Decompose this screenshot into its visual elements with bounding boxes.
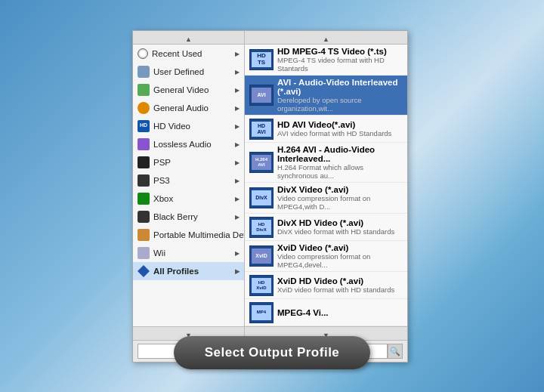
psp-label: PSP (153, 158, 171, 167)
xbox-label: Xbox (153, 194, 173, 203)
right-item-divx-hd-video[interactable]: HDDivX DivX HD Video (*.avi) DivX video … (245, 214, 407, 241)
chevron-right-icon (235, 267, 240, 275)
lossless-audio-label: Lossless Audio (153, 140, 212, 149)
all-profiles-icon (138, 265, 150, 277)
avi-desc: Dereloped by open source organization,wi… (277, 96, 403, 113)
mpeg4-more-icon: MP4 (249, 302, 274, 323)
left-item-hd-video[interactable]: HD HD Video (133, 117, 244, 135)
right-item-hd-mpeg4-ts[interactable]: HDTS HD MPEG-4 TS Video (*.ts) MPEG-4 TS… (245, 45, 407, 76)
chevron-right-icon (235, 249, 240, 257)
lossless-audio-icon (138, 138, 150, 150)
left-item-lossless-audio[interactable]: Lossless Audio (133, 135, 244, 153)
select-output-profile-button[interactable]: Select Output Profile (174, 336, 370, 369)
divx-hd-icon: HDDivX (249, 217, 274, 238)
divx-desc: Video compression format on MPEG4,with D… (277, 194, 403, 211)
hd-avi-desc: AVI video format with HD Standards (277, 129, 391, 137)
hd-video-label: HD Video (153, 122, 190, 131)
avi-icon: AVI (249, 85, 274, 106)
xvid-title: XviD Video (*.avi) (277, 243, 403, 252)
recent-used-icon (138, 48, 148, 59)
general-audio-icon (138, 102, 150, 114)
chevron-right-icon (235, 177, 240, 184)
scroll-top-bar (133, 31, 407, 45)
xvid-hd-title: XviD HD Video (*.avi) (277, 276, 394, 286)
wii-label: Wii (153, 248, 165, 258)
left-item-portable-multimedia[interactable]: Portable Multimedia Dev... (133, 226, 244, 244)
all-profiles-label: All Profiles (153, 267, 199, 276)
divx-hd-title: DivX HD Video (*.avi) (277, 218, 394, 227)
divx-hd-desc: DivX video format with HD standards (277, 227, 394, 236)
left-item-general-audio[interactable]: General Audio (133, 99, 244, 117)
left-item-user-defined[interactable]: User Defined (133, 63, 244, 81)
hd-avi-title: HD AVI Video(*.avi) (277, 120, 391, 129)
scroll-up-right[interactable] (245, 31, 407, 45)
xvid-desc: Video compression format on MPEG4,devel.… (277, 252, 403, 269)
user-defined-label: User Defined (153, 67, 204, 76)
scroll-up-left[interactable] (133, 31, 245, 45)
portable-icon (138, 229, 150, 241)
hd-mpeg4-ts-desc: MPEG-4 TS video format with HD Stantards (277, 56, 403, 73)
general-video-icon (138, 84, 150, 96)
arrow-up-left-icon (185, 31, 192, 45)
right-item-divx-video[interactable]: DivX DivX Video (*.avi) Video compressio… (245, 183, 407, 214)
user-defined-icon (138, 66, 150, 78)
recent-used-label: Recent Used (152, 49, 202, 58)
divx-icon: DivX (249, 187, 274, 208)
content-area: Recent Used User Defined General Video (133, 45, 407, 326)
select-output-profile-label: Select Output Profile (205, 345, 340, 360)
blackberry-icon (138, 211, 150, 223)
general-video-label: General Video (153, 85, 209, 94)
xbox-icon (138, 193, 150, 205)
left-item-recent-used[interactable]: Recent Used (133, 45, 244, 63)
hd-avi-icon: HDAVI (249, 119, 274, 140)
left-item-general-video[interactable]: General Video (133, 81, 244, 99)
right-item-xvid-video[interactable]: XviD XviD Video (*.avi) Video compressio… (245, 241, 407, 272)
mpeg4-more-title: MPEG-4 Vi... (277, 308, 329, 317)
chevron-right-icon (235, 68, 240, 76)
arrow-up-right-icon (323, 31, 329, 45)
right-item-mpeg4-more[interactable]: MP4 MPEG-4 Vi... (245, 299, 407, 326)
psp-icon (138, 156, 150, 168)
right-item-hd-avi-video[interactable]: HDAVI HD AVI Video(*.avi) AVI video form… (245, 116, 407, 143)
search-icon: 🔍 (390, 347, 400, 357)
xvid-hd-desc: XviD video format with HD standards (277, 286, 394, 294)
chevron-right-icon (235, 213, 240, 221)
left-item-blackberry[interactable]: Black Berry (133, 208, 244, 226)
right-item-h264-avi[interactable]: H.264AVI H.264 AVI - Audio-Video Interle… (245, 143, 407, 183)
chevron-right-icon (235, 195, 240, 202)
hd-video-icon: HD (138, 120, 150, 132)
right-item-avi-audio-video[interactable]: AVI AVI - Audio-Video Interleaved (*.avi… (245, 76, 407, 116)
left-panel: Recent Used User Defined General Video (133, 45, 245, 326)
left-item-xbox[interactable]: Xbox (133, 190, 244, 208)
left-item-all-profiles[interactable]: All Profiles (133, 262, 244, 280)
wii-icon (138, 247, 150, 259)
chevron-right-icon (235, 159, 240, 166)
h264-icon: H.264AVI (249, 152, 274, 173)
blackberry-label: Black Berry (153, 212, 198, 221)
chevron-right-icon (235, 122, 240, 130)
chevron-right-icon (235, 140, 240, 148)
xvid-hd-icon: HDXviD (249, 275, 274, 296)
right-panel: HDTS HD MPEG-4 TS Video (*.ts) MPEG-4 TS… (245, 45, 407, 326)
avi-title: AVI - Audio-Video Interleaved (*.avi) (277, 78, 403, 96)
right-item-xvid-hd-video[interactable]: HDXviD XviD HD Video (*.avi) XviD video … (245, 272, 407, 299)
chevron-right-icon (235, 50, 240, 57)
h264-title: H.264 AVI - Audio-Video Interleaved... (277, 145, 403, 163)
left-item-psp[interactable]: PSP (133, 153, 244, 171)
search-button[interactable]: 🔍 (388, 344, 403, 359)
hd-mpeg4-ts-icon: HDTS (249, 49, 274, 70)
hd-mpeg4-ts-title: HD MPEG-4 TS Video (*.ts) (277, 47, 403, 56)
ps3-icon (138, 174, 150, 187)
ps3-label: PS3 (153, 176, 170, 185)
chevron-right-icon (235, 104, 240, 112)
divx-title: DivX Video (*.avi) (277, 185, 403, 194)
general-audio-label: General Audio (153, 103, 209, 113)
h264-desc: H.264 Format which allows synchronous au… (277, 163, 403, 180)
portable-label: Portable Multimedia Dev... (153, 230, 245, 239)
left-item-ps3[interactable]: PS3 (133, 171, 244, 190)
xvid-icon: XviD (249, 245, 274, 267)
profile-panel: Recent Used User Defined General Video (132, 30, 408, 363)
chevron-right-icon (235, 86, 240, 94)
left-item-wii[interactable]: Wii (133, 244, 244, 262)
